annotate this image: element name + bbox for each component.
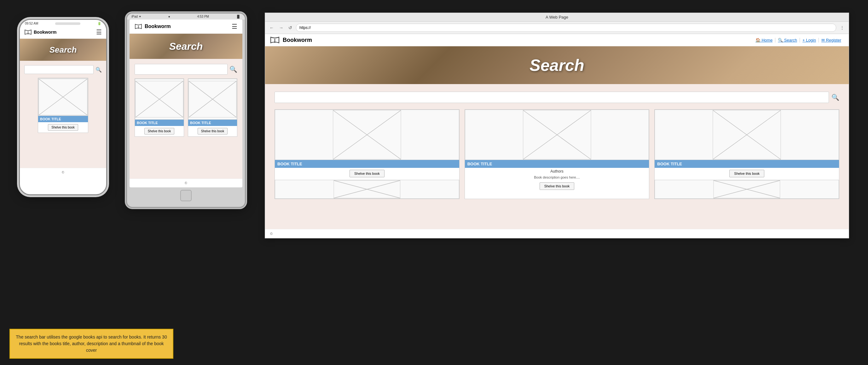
browser-books-grid: BOOK TITLE Shelve this book bbox=[275, 109, 839, 199]
tablet-battery: ▐▌ bbox=[236, 15, 241, 18]
annotation-box: The search bar utilises the google books… bbox=[9, 329, 173, 359]
browser-book-title-2: BOOK TITLE bbox=[465, 160, 649, 168]
tablet-content-area: 🔍 BOOK TITLE Shelve this boo bbox=[129, 59, 242, 178]
phone-notch bbox=[55, 22, 81, 25]
desktop-browser: A Web Page ← → ↺ ⋮ Bookworm 🏠 Home 🔍 Sea… bbox=[265, 12, 849, 238]
tablet-search-row: 🔍 bbox=[134, 64, 237, 75]
placeholder-image-icon bbox=[135, 79, 183, 119]
browser-login-link[interactable]: + Login bbox=[800, 38, 819, 42]
tablet-shelve-button-1[interactable]: Shelve this book bbox=[144, 128, 174, 134]
phone-content-area: 🔍 BOOK TITLE Shelve this book bbox=[20, 61, 106, 168]
placeholder-image-icon bbox=[38, 78, 88, 115]
tablet-books-grid: BOOK TITLE Shelve this book BOOK TIT bbox=[134, 78, 237, 137]
tablet-search-button[interactable]: 🔍 bbox=[229, 66, 237, 73]
tablet-book-card-2: BOOK TITLE Shelve this book bbox=[188, 78, 237, 137]
browser-nav-links: 🏠 Home 🔍 Search + Login ✉ Register bbox=[753, 38, 844, 42]
browser-hero-title: Search bbox=[529, 56, 584, 75]
browser-home-link[interactable]: 🏠 Home bbox=[753, 38, 775, 42]
annotation-text: The search bar utilises the google books… bbox=[16, 334, 167, 353]
browser-url-input[interactable] bbox=[296, 24, 836, 32]
tablet-hero-banner: Search bbox=[129, 34, 242, 59]
tablet-footer: © bbox=[129, 178, 242, 187]
browser-forward-button[interactable]: → bbox=[278, 25, 285, 31]
tablet-book-thumbnail-2 bbox=[188, 79, 237, 120]
placeholder-image-icon bbox=[275, 180, 459, 198]
browser-shelve-button-3[interactable]: Shelve this book bbox=[729, 170, 764, 177]
browser-book-card-3: BOOK TITLE Shelve this book bbox=[654, 109, 839, 199]
browser-toolbar: ← → ↺ ⋮ bbox=[265, 22, 849, 34]
browser-search-row: 🔍 bbox=[275, 92, 839, 103]
browser-book-card-1: BOOK TITLE Shelve this book bbox=[275, 109, 460, 199]
browser-book-thumbnail-2 bbox=[465, 109, 649, 160]
tablet-device: iPad ✦ ● 4:53 PM ▐▌ Bookworm ☰ Search bbox=[126, 12, 246, 208]
phone-book-card: BOOK TITLE Shelve this book bbox=[38, 78, 88, 133]
placeholder-image-icon bbox=[465, 110, 649, 160]
browser-book-icon bbox=[270, 36, 280, 43]
tablet-hero-title: Search bbox=[169, 41, 203, 52]
browser-brand-name: Bookworm bbox=[283, 37, 312, 43]
browser-search-button[interactable]: 🔍 bbox=[831, 94, 839, 101]
browser-back-button[interactable]: ← bbox=[268, 25, 275, 31]
phone-book-title: BOOK TITLE bbox=[38, 116, 88, 122]
browser-book-authors: Authors bbox=[465, 168, 649, 175]
tablet-book-title-2: BOOK TITLE bbox=[188, 120, 237, 126]
tablet-camera: ● bbox=[168, 15, 170, 18]
browser-shelve-button-1[interactable]: Shelve this book bbox=[349, 170, 384, 177]
phone-footer: © bbox=[20, 168, 106, 177]
placeholder-image-icon bbox=[188, 79, 237, 119]
hamburger-menu-icon[interactable]: ☰ bbox=[96, 28, 102, 36]
browser-book-description: Book description goes here.... bbox=[465, 175, 649, 180]
browser-book-title-3: BOOK TITLE bbox=[655, 160, 839, 168]
mobile-device: 09:52 AM 🔋 Bookworm ☰ Search 🔍 bbox=[19, 19, 107, 195]
tablet-book-thumbnail-1 bbox=[135, 79, 184, 120]
phone-battery: 🔋 bbox=[97, 22, 101, 25]
browser-book-extra-thumb-1 bbox=[275, 180, 459, 199]
phone-brand-name: Bookworm bbox=[34, 30, 56, 35]
placeholder-image-icon bbox=[655, 180, 839, 198]
tablet-book-card-1: BOOK TITLE Shelve this book bbox=[134, 78, 184, 137]
tablet-brand: Bookworm bbox=[134, 24, 171, 29]
tablet-brand-name: Bookworm bbox=[145, 24, 171, 29]
browser-menu-bar: Bookworm 🏠 Home 🔍 Search + Login ✉ Regis… bbox=[265, 34, 849, 46]
phone-hero-banner: Search bbox=[20, 39, 106, 61]
browser-brand: Bookworm bbox=[270, 36, 312, 43]
browser-book-title-1: BOOK TITLE bbox=[275, 160, 459, 168]
book-icon bbox=[24, 29, 32, 35]
tablet-book-icon bbox=[134, 24, 142, 29]
phone-navbar: Bookworm ☰ bbox=[20, 26, 106, 39]
browser-book-card-2: BOOK TITLE Authors Book description goes… bbox=[465, 109, 650, 199]
phone-book-thumbnail bbox=[38, 78, 88, 116]
tablet-time: 4:53 PM bbox=[197, 15, 209, 18]
phone-search-row: 🔍 bbox=[24, 65, 102, 74]
tablet-status-bar: iPad ✦ ● 4:53 PM ▐▌ bbox=[127, 13, 245, 20]
placeholder-image-icon bbox=[275, 110, 459, 160]
tablet-book-title-1: BOOK TITLE bbox=[135, 120, 184, 126]
browser-register-link[interactable]: ✉ Register bbox=[819, 38, 844, 42]
browser-title-bar: A Web Page bbox=[265, 13, 849, 22]
phone-shelve-button[interactable]: Shelve this book bbox=[48, 124, 78, 131]
phone-search-button[interactable]: 🔍 bbox=[95, 67, 102, 73]
phone-status-bar: 09:52 AM 🔋 bbox=[20, 20, 106, 26]
browser-book-thumbnail-1 bbox=[275, 109, 459, 160]
phone-time: 09:52 AM bbox=[25, 22, 38, 25]
tablet-search-input[interactable] bbox=[134, 64, 227, 75]
browser-refresh-button[interactable]: ↺ bbox=[287, 25, 293, 31]
tablet-navbar: Bookworm ☰ bbox=[129, 20, 242, 34]
browser-footer: © bbox=[265, 229, 849, 238]
phone-search-input[interactable] bbox=[24, 65, 94, 74]
tablet-screen: Bookworm ☰ Search 🔍 bbox=[129, 20, 242, 187]
browser-search-link[interactable]: 🔍 Search bbox=[775, 38, 800, 42]
tablet-shelve-button-2[interactable]: Shelve this book bbox=[197, 128, 227, 134]
browser-menu-icon[interactable]: ⋮ bbox=[839, 25, 846, 31]
browser-book-extra-thumb-3 bbox=[655, 180, 839, 199]
browser-search-input[interactable] bbox=[275, 92, 829, 103]
browser-book-thumbnail-3 bbox=[655, 109, 839, 160]
placeholder-image-icon bbox=[655, 110, 839, 160]
tablet-home-button[interactable] bbox=[180, 190, 192, 201]
tablet-hamburger-icon[interactable]: ☰ bbox=[231, 23, 237, 30]
phone-hero-title: Search bbox=[50, 45, 77, 55]
phone-brand: Bookworm bbox=[24, 29, 56, 35]
browser-content-area: 🔍 BOOK TITLE Shelve this book bbox=[265, 84, 849, 229]
browser-shelve-button-2[interactable]: Shelve this book bbox=[539, 182, 575, 190]
tablet-status-left: iPad ✦ bbox=[131, 15, 141, 18]
